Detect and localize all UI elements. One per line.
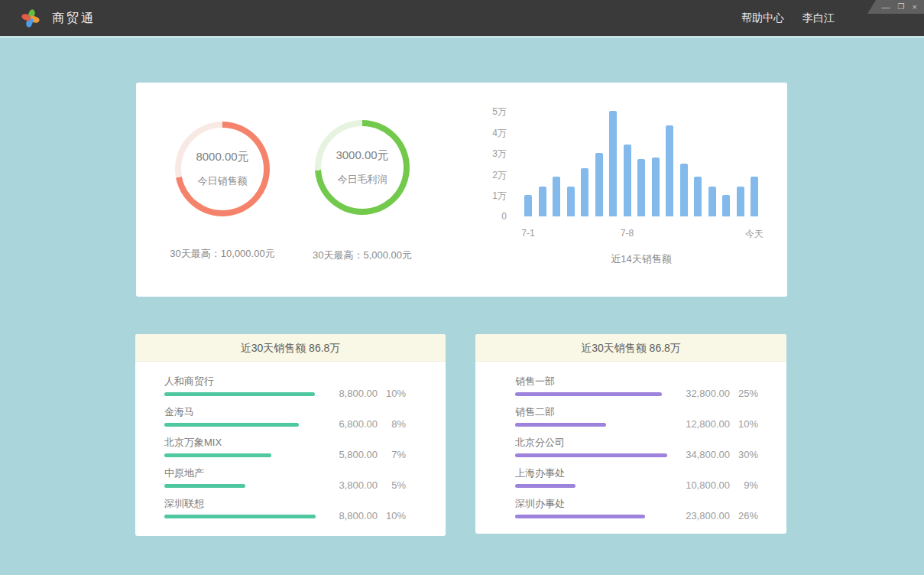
rank-label: 人和商贸行 — [164, 375, 406, 388]
y-tick: 0 — [457, 211, 507, 222]
rank-list: 人和商贸行 8,800.00 10% 金海马 6,800.00 8% 北京万象M… — [164, 362, 406, 518]
rank-label: 金海马 — [164, 405, 406, 418]
today-sales-donut: 8000.00元 今日销售额 — [175, 122, 270, 216]
today-summary-card: 8000.00元 今日销售额 30天最高：10,000.00元 3000.00元… — [136, 83, 787, 297]
rank-label: 上海办事处 — [515, 466, 758, 479]
rank-row: 人和商贸行 8,800.00 10% — [164, 375, 406, 396]
rank-amount: 34,800.00 — [686, 449, 730, 460]
rank-label: 北京分公司 — [515, 436, 758, 449]
bar-day-11 — [666, 125, 673, 216]
rank-row: 金海马 6,800.00 8% — [164, 405, 406, 427]
topbar-highlight-strip — [0, 36, 924, 38]
bar-day-17 — [751, 177, 758, 216]
rank-label: 北京万象MIX — [164, 436, 406, 449]
rank-values: 12,800.00 10% — [686, 418, 758, 430]
rank-label: 深圳办事处 — [515, 497, 758, 510]
rank-amount: 6,800.00 — [339, 418, 378, 430]
rank-values: 23,800.00 26% — [686, 510, 758, 521]
today-sales-label: 今日销售额 — [198, 174, 248, 188]
bar-y-axis: 5万4万3万2万1万0 — [457, 106, 507, 222]
close-button[interactable]: × — [913, 3, 917, 11]
rank-amount: 32,800.00 — [686, 388, 730, 399]
rank-values: 34,800.00 30% — [686, 449, 758, 460]
y-tick: 4万 — [457, 127, 507, 140]
rank-values: 6,800.00 8% — [339, 418, 406, 430]
bar-day-15 — [722, 195, 730, 216]
rank-percent: 9% — [730, 479, 758, 491]
rank-amount: 3,800.00 — [339, 479, 378, 491]
rank-row: 北京万象MIX 5,800.00 7% — [164, 436, 406, 457]
rank-percent: 26% — [730, 510, 758, 521]
bar-day-4 — [567, 187, 575, 216]
app-logo-icon — [21, 8, 41, 28]
app-title: 商贸通 — [52, 11, 96, 27]
rank-bar — [164, 423, 299, 427]
minimize-button[interactable]: — — [882, 3, 890, 11]
rank-percent: 10% — [378, 388, 406, 399]
rank-bar — [164, 453, 271, 457]
rank-percent: 30% — [730, 449, 758, 460]
bar-chart-title: 近14天销售额 — [524, 252, 758, 266]
topbar: 商贸通 帮助中心 李白江 — ❐ × — [0, 0, 924, 36]
rank-bar — [164, 484, 245, 488]
bar-day-13 — [694, 177, 702, 216]
rank-label: 销售二部 — [515, 405, 758, 418]
bar-day-8 — [624, 145, 631, 216]
rank-row: 深圳办事处 23,800.00 26% — [515, 497, 758, 518]
user-menu[interactable]: 李白江 — [802, 11, 835, 25]
y-tick: 2万 — [457, 169, 507, 182]
rank-row: 深圳联想 8,800.00 10% — [164, 497, 406, 518]
rank-percent: 10% — [378, 510, 406, 521]
rank-values: 8,800.00 10% — [339, 510, 406, 521]
bar-day-5 — [581, 168, 588, 216]
bar-x-axis: 7-17-8今天 — [524, 228, 758, 240]
rank-row: 北京分公司 34,800.00 30% — [515, 436, 758, 457]
profit-30day-max: 30天最高：5,000.00元 — [278, 249, 446, 262]
bar-day-14 — [708, 187, 716, 216]
rank-percent: 7% — [378, 449, 406, 460]
today-profit-value: 3000.00元 — [336, 148, 388, 163]
rank-percent: 5% — [378, 479, 406, 491]
x-tick: 7-1 — [521, 228, 534, 239]
rank-percent: 10% — [730, 418, 758, 430]
rank-values: 3,800.00 5% — [339, 479, 406, 491]
rank-bar — [515, 453, 667, 457]
rank-bar — [515, 515, 645, 518]
rank-label: 中原地产 — [164, 466, 406, 479]
y-tick: 1万 — [457, 190, 507, 203]
rank-values: 8,800.00 10% — [339, 388, 406, 399]
customer-rank-card: 近30天销售额 86.8万 人和商贸行 8,800.00 10% 金海马 6,8… — [135, 334, 446, 536]
department-rank-card: 近30天销售额 86.8万 销售一部 32,800.00 25% 销售二部 12… — [475, 334, 786, 534]
help-center-link[interactable]: 帮助中心 — [741, 11, 784, 25]
rank-percent: 25% — [730, 388, 758, 399]
rank-bar — [515, 484, 575, 488]
maximize-button[interactable]: ❐ — [898, 3, 905, 11]
rank-label: 销售一部 — [515, 375, 758, 388]
bar-day-7 — [609, 111, 617, 216]
rank-amount: 23,800.00 — [686, 510, 730, 521]
rank-values: 5,800.00 7% — [339, 449, 406, 460]
bar-day-16 — [737, 187, 744, 216]
rank-amount: 12,800.00 — [686, 418, 730, 430]
today-profit-donut: 3000.00元 今日毛利润 — [315, 120, 410, 215]
rank-amount: 8,800.00 — [339, 388, 378, 399]
rank-bar — [164, 392, 315, 396]
app-window: 商贸通 帮助中心 李白江 — ❐ × 8000.00元 今日销售额 30天最高：… — [0, 0, 924, 575]
rank-amount: 8,800.00 — [339, 510, 378, 521]
x-tick: 今天 — [745, 228, 764, 241]
topbar-menu: 帮助中心 李白江 — [741, 11, 835, 25]
rank-values: 32,800.00 25% — [686, 388, 758, 399]
rank-amount: 10,800.00 — [686, 479, 730, 491]
rank-row: 销售一部 32,800.00 25% — [515, 375, 758, 396]
card-title: 近30天销售额 86.8万 — [135, 334, 446, 362]
rank-label: 深圳联想 — [164, 497, 406, 510]
rank-row: 上海办事处 10,800.00 9% — [515, 466, 758, 488]
bar-day-6 — [595, 153, 603, 216]
card-title: 近30天销售额 86.8万 — [475, 334, 786, 362]
bar-day-3 — [553, 177, 560, 216]
today-profit-label: 今日毛利润 — [338, 173, 387, 187]
rank-bar — [515, 423, 606, 427]
bar-plot — [524, 111, 758, 216]
bar-day-10 — [652, 158, 660, 216]
rank-row: 中原地产 3,800.00 5% — [164, 466, 406, 488]
